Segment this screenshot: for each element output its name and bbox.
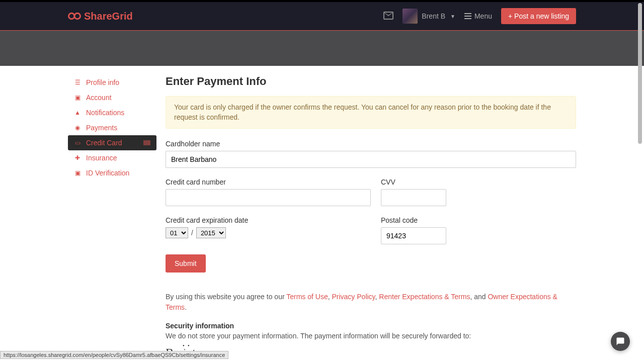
sidebar-item-credit-card[interactable]: ▭ Credit Card xyxy=(68,135,156,150)
brand-name: ShareGrid xyxy=(84,11,133,22)
postal-input[interactable] xyxy=(381,227,446,244)
user-menu[interactable]: Brent B ▼ xyxy=(403,9,455,24)
scrollbar[interactable] xyxy=(638,3,643,357)
privacy-link[interactable]: Privacy Policy xyxy=(332,293,375,301)
mail-icon[interactable] xyxy=(383,12,393,21)
svg-point-1 xyxy=(74,13,80,19)
page-title: Enter Payment Info xyxy=(166,75,576,88)
sidebar-item-label: Notifications xyxy=(86,109,150,117)
sidebar-item-id-verification[interactable]: ▣ ID Verification xyxy=(68,165,156,180)
cardholder-input[interactable] xyxy=(166,151,576,168)
cc-number-label: Credit card number xyxy=(166,178,371,186)
exp-label: Credit card expiration date xyxy=(166,216,371,224)
exp-month-select[interactable]: 01 xyxy=(166,227,188,238)
cardholder-label: Cardholder name xyxy=(166,140,576,148)
main-header: ShareGrid Brent B ▼ Menu + Post a new li… xyxy=(0,2,644,31)
card-icon: ▣ xyxy=(74,94,81,101)
sidebar-item-account[interactable]: ▣ Account xyxy=(68,90,156,105)
chat-fab[interactable] xyxy=(611,332,630,351)
hamburger-icon xyxy=(464,13,471,19)
user-name: Brent B xyxy=(422,12,445,20)
plus-icon: ✚ xyxy=(74,154,81,161)
terms-link[interactable]: Terms of Use xyxy=(286,293,328,301)
cvv-label: CVV xyxy=(381,178,446,186)
browser-status-bar: https://losangeles.sharegrid.com/en/peop… xyxy=(0,351,228,359)
sidebar-badge xyxy=(143,140,150,145)
sidebar-item-label: Credit Card xyxy=(86,139,138,147)
bell-icon: ▲ xyxy=(74,109,81,116)
credit-card-icon: ▭ xyxy=(74,139,81,146)
svg-point-0 xyxy=(68,13,74,19)
sidebar-item-label: ID Verification xyxy=(86,169,150,177)
sidebar-item-insurance[interactable]: ✚ Insurance xyxy=(68,150,156,165)
legal-text: By using this website you agree to our T… xyxy=(166,292,576,313)
main-menu[interactable]: Menu xyxy=(464,12,492,20)
sidebar-item-label: Profile info xyxy=(86,78,150,86)
security-title: Security information xyxy=(166,322,576,330)
legal-prefix: By using this website you agree to our xyxy=(166,293,286,301)
sidebar-item-label: Payments xyxy=(86,124,150,132)
exp-separator: / xyxy=(191,229,193,237)
main-content: Enter Payment Info Your card is only cha… xyxy=(156,75,576,362)
id-icon: ▣ xyxy=(74,169,81,176)
post-listing-button[interactable]: + Post a new listing xyxy=(501,8,576,24)
postal-label: Postal code xyxy=(381,216,446,224)
sidebar-item-profile[interactable]: ☰ Profile info xyxy=(68,75,156,90)
legal-and: , and xyxy=(470,293,488,301)
exp-year-select[interactable]: 2015 xyxy=(196,227,226,238)
info-alert: Your card is only charged if the owner c… xyxy=(166,96,576,129)
security-text: We do not store your payment information… xyxy=(166,332,576,340)
user-icon: ☰ xyxy=(74,79,81,86)
chat-icon xyxy=(616,337,625,346)
sidebar-item-payments[interactable]: ◉ Payments xyxy=(68,120,156,135)
avatar xyxy=(403,9,418,24)
menu-label: Menu xyxy=(474,12,492,20)
cvv-input[interactable] xyxy=(381,189,446,206)
sidebar-item-notifications[interactable]: ▲ Notifications xyxy=(68,105,156,120)
submit-button[interactable]: Submit xyxy=(166,254,206,273)
money-icon: ◉ xyxy=(74,124,81,131)
brand-logo[interactable]: ShareGrid xyxy=(68,11,133,22)
sidebar-item-label: Account xyxy=(86,94,150,102)
settings-sidebar: ☰ Profile info ▣ Account ▲ Notifications… xyxy=(68,75,156,362)
hero-banner xyxy=(0,31,644,66)
scrollbar-thumb[interactable] xyxy=(638,3,642,144)
sharegrid-logo-icon xyxy=(68,11,81,21)
sidebar-item-label: Insurance xyxy=(86,154,150,162)
chevron-down-icon: ▼ xyxy=(450,14,455,19)
cc-number-input[interactable] xyxy=(166,189,371,206)
renter-terms-link[interactable]: Renter Expectations & Terms xyxy=(379,293,470,301)
